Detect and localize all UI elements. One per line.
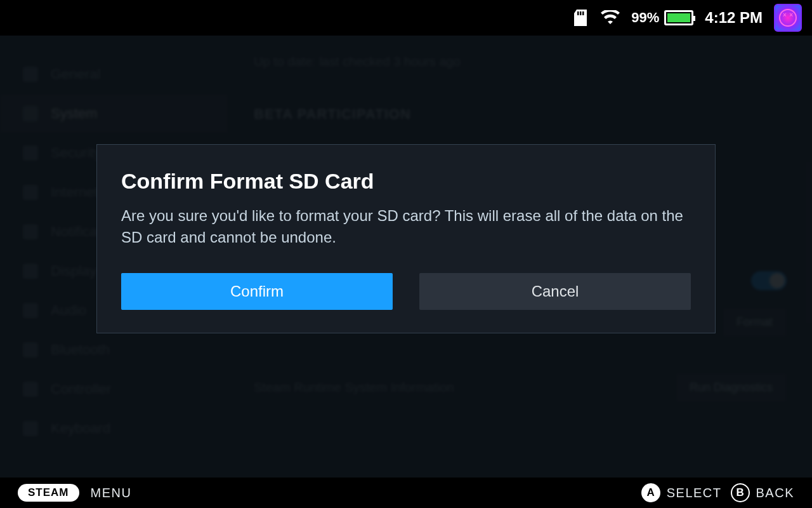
clock: 4:12 PM: [705, 9, 763, 27]
hint-back: B BACK: [731, 483, 794, 502]
back-label: BACK: [756, 486, 794, 500]
format-sd-dialog: Confirm Format SD Card Are you sure you'…: [96, 144, 716, 333]
battery-icon: [664, 10, 693, 25]
dialog-actions: Confirm Cancel: [121, 273, 691, 310]
statusbar: 99% 4:12 PM: [0, 0, 812, 36]
avatar[interactable]: [774, 4, 802, 32]
svg-rect-1: [580, 11, 582, 15]
svg-rect-2: [582, 11, 584, 15]
dialog-body: Are you sure you'd like to format your S…: [121, 205, 691, 248]
cancel-button[interactable]: Cancel: [419, 273, 691, 310]
footer-bar: STEAM MENU A SELECT B BACK: [0, 478, 812, 508]
dialog-title: Confirm Format SD Card: [121, 169, 691, 194]
footer-left: STEAM MENU: [18, 484, 131, 502]
sdcard-icon: [574, 10, 589, 26]
hint-select: A SELECT: [641, 483, 722, 502]
a-button-icon: A: [641, 483, 660, 502]
footer-right: A SELECT B BACK: [641, 483, 794, 502]
wifi-icon: [601, 10, 620, 25]
battery-indicator: 99%: [631, 10, 693, 26]
confirm-button[interactable]: Confirm: [121, 273, 393, 310]
select-label: SELECT: [667, 486, 722, 500]
steam-button[interactable]: STEAM: [18, 484, 79, 502]
svg-rect-0: [577, 11, 579, 15]
b-button-icon: B: [731, 483, 750, 502]
modal-overlay: Confirm Format SD Card Are you sure you'…: [0, 36, 812, 478]
battery-percent: 99%: [631, 10, 659, 26]
menu-label: MENU: [91, 486, 132, 500]
